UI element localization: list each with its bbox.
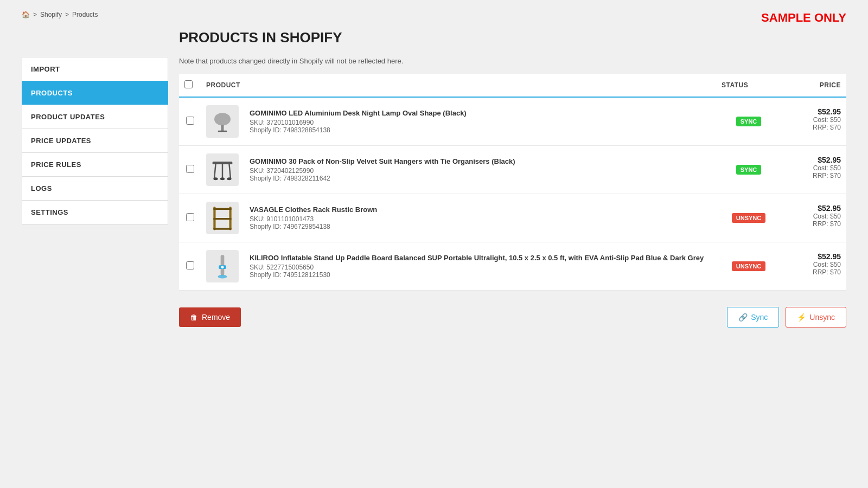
col-header-status: STATUS xyxy=(716,74,781,97)
select-all-checkbox[interactable] xyxy=(184,80,193,88)
sidebar-item-price-updates[interactable]: PRICE UPDATES xyxy=(22,129,168,152)
product-sku: SKU: 3720402125990 xyxy=(250,167,711,175)
product-sku: SKU: 5227715005650 xyxy=(250,264,711,271)
svg-rect-13 xyxy=(213,218,231,220)
price-rrp: RRP: $70 xyxy=(787,124,841,131)
sidebar-item-import[interactable]: IMPORT xyxy=(22,57,168,81)
product-sku: SKU: 3720101016990 xyxy=(250,119,711,126)
price-main: $52.95 xyxy=(787,107,841,116)
sample-only-banner: SAMPLE ONLY xyxy=(761,11,846,25)
price-cost: Cost: $50 xyxy=(787,213,841,220)
sync-icon: 🔗 xyxy=(738,313,748,322)
note-text: Note that products changed directly in S… xyxy=(179,57,846,65)
home-icon: 🏠 xyxy=(22,11,30,18)
product-name: GOMINIMO 30 Pack of Non-Slip Velvet Suit… xyxy=(250,157,711,165)
product-shopify-id: Shopify ID: 7495128121530 xyxy=(250,271,711,279)
svg-rect-14 xyxy=(213,228,231,229)
price-rrp: RRP: $70 xyxy=(787,268,841,276)
row-checkbox[interactable] xyxy=(186,213,194,221)
product-image xyxy=(206,105,239,138)
status-badge: UNSYNC xyxy=(732,261,765,271)
unsync-icon: ⚡ xyxy=(797,313,806,322)
svg-point-18 xyxy=(221,266,224,268)
sidebar-item-products[interactable]: PRODUCTS xyxy=(22,81,168,105)
svg-line-6 xyxy=(229,164,231,179)
svg-rect-15 xyxy=(221,255,225,275)
price-rrp: RRP: $70 xyxy=(787,172,841,179)
col-header-price: PRICE xyxy=(781,74,846,97)
breadcrumb-products: Products xyxy=(72,11,98,18)
svg-rect-12 xyxy=(213,208,231,210)
svg-point-8 xyxy=(220,177,225,180)
svg-point-0 xyxy=(214,113,231,125)
product-image xyxy=(206,250,239,282)
sidebar-item-price-rules[interactable]: PRICE RULES xyxy=(22,152,168,176)
status-badge: UNSYNC xyxy=(732,213,765,223)
table-row: VASAGLE Clothes Rack Rustic Brown SKU: 9… xyxy=(179,194,846,242)
sidebar-item-logs[interactable]: LOGS xyxy=(22,176,168,200)
sync-button[interactable]: 🔗 Sync xyxy=(727,307,779,328)
breadcrumb-shopify[interactable]: Shopify xyxy=(40,11,62,18)
svg-point-7 xyxy=(213,177,218,180)
product-image xyxy=(206,153,239,186)
products-table: PRODUCT STATUS PRICE xyxy=(179,74,846,291)
svg-rect-3 xyxy=(213,162,233,164)
table-row: GOMINIMO LED Aluminium Desk Night Lamp O… xyxy=(179,97,846,146)
sidebar-item-settings[interactable]: SETTINGS xyxy=(22,200,168,224)
col-header-product: PRODUCT xyxy=(201,74,716,97)
product-name: GOMINIMO LED Aluminium Desk Night Lamp O… xyxy=(250,109,711,117)
product-sku: SKU: 9101101001473 xyxy=(250,215,711,223)
price-cost: Cost: $50 xyxy=(787,164,841,172)
product-shopify-id: Shopify ID: 7496729854138 xyxy=(250,223,711,230)
sync-actions: 🔗 Sync ⚡ Unsync xyxy=(727,307,846,328)
sidebar-item-product-updates[interactable]: PRODUCT UPDATES xyxy=(22,105,168,129)
row-checkbox[interactable] xyxy=(186,165,194,173)
price-cost: Cost: $50 xyxy=(787,261,841,268)
price-main: $52.95 xyxy=(787,156,841,164)
remove-button[interactable]: 🗑 Remove xyxy=(179,307,241,327)
price-main: $52.95 xyxy=(787,204,841,213)
sidebar: IMPORT PRODUCTS PRODUCT UPDATES PRICE UP… xyxy=(22,57,168,328)
product-shopify-id: Shopify ID: 7498328211642 xyxy=(250,175,711,182)
product-shopify-id: Shopify ID: 7498328854138 xyxy=(250,126,711,134)
page-title: PRODUCTS IN SHOPIFY xyxy=(179,29,846,46)
product-name: VASAGLE Clothes Rack Rustic Brown xyxy=(250,206,711,214)
table-row: GOMINIMO 30 Pack of Non-Slip Velvet Suit… xyxy=(179,146,846,194)
unsync-button[interactable]: ⚡ Unsync xyxy=(786,307,846,328)
breadcrumb: 🏠 > Shopify > Products xyxy=(22,11,846,18)
price-rrp: RRP: $70 xyxy=(787,220,841,228)
svg-point-16 xyxy=(218,275,227,279)
svg-line-4 xyxy=(214,164,216,179)
table-row: KILIROO Inflatable Stand Up Paddle Board… xyxy=(179,242,846,291)
product-name: KILIROO Inflatable Stand Up Paddle Board… xyxy=(250,254,711,262)
bottom-actions: 🗑 Remove 🔗 Sync ⚡ Unsync xyxy=(179,307,846,328)
svg-rect-1 xyxy=(221,125,224,132)
main-content: Note that products changed directly in S… xyxy=(179,57,846,328)
trash-icon: 🗑 xyxy=(190,313,197,322)
status-badge: SYNC xyxy=(736,165,762,175)
price-main: $52.95 xyxy=(787,252,841,261)
svg-rect-2 xyxy=(218,131,227,132)
svg-point-9 xyxy=(227,177,231,180)
product-image xyxy=(206,202,239,234)
row-checkbox[interactable] xyxy=(186,117,194,125)
status-badge: SYNC xyxy=(736,117,762,126)
price-cost: Cost: $50 xyxy=(787,116,841,124)
row-checkbox[interactable] xyxy=(186,261,194,269)
